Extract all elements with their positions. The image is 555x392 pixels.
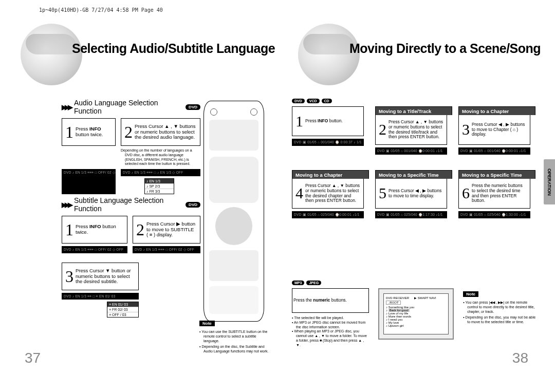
footnote: • When playing an MP3 or JPEG disc, you … [292, 329, 369, 347]
header-time2: Moving to a Specific Time [458, 170, 535, 179]
dvd-badge: DVD [186, 104, 200, 110]
step-4: 4Press Cursor ▲ , ▼ buttons or numeric b… [292, 179, 364, 209]
remote-diagram [203, 101, 264, 322]
footnote: • Depending on the disc, the Subtitle an… [199, 345, 271, 354]
osd-bar: DVD ♪ EN 1/3 ≡≡≡ □ ♪ EN 1/3 ◇ OFF [121, 169, 200, 176]
step-2: 2Press Cursor ▲ , ▼ buttons or numeric b… [375, 115, 447, 145]
osd-bar: DVD ♪ EN 1/3 ≡≡≡ □ OFF/ 02 ◇ OFF [133, 246, 200, 253]
osd-bar: DVD ▣ 01/05 ⌂ 001/040 ⌚0:00:01 ♪1/1 [458, 147, 530, 155]
header-chapter: Moving to a Chapter [458, 106, 535, 115]
footnote: • The selected file will be played. [292, 316, 369, 321]
note-tag: Note [199, 321, 215, 326]
audio-step2-text: Press Cursor ▲ , ▼ buttons or numeric bu… [135, 124, 197, 141]
osd-bar: DVD ▣ 01/05 ⌂ 025/040 ⌚1:17:30 ♪1/1 [375, 211, 447, 218]
page-number: 37 [25, 350, 41, 366]
step-5: 5Press Cursor ◀ , ▶ buttons to move to t… [375, 179, 447, 209]
step-3: 3Press Cursor ◀ , ▶ buttons to move to C… [458, 115, 530, 145]
page-number: 38 [512, 350, 528, 366]
page-right: Moving Directly to a Scene/Song OPERATIO… [278, 0, 555, 392]
lang-popup: ♪ EN 1/3 ♪ SP 2/3 ♪ FR 3/3 [144, 178, 174, 194]
step-1: 1Press INFO button. [292, 106, 364, 136]
osd-bar: DVD ♪ EN 1/3 ≡≡ □ ≡ EN 01/ 03 [62, 293, 139, 300]
page-title-right: Moving Directly to a Scene/Song [349, 41, 541, 56]
osd-bar: DVD ▣ 01/05 ⌂ 025/040 ⌚1:30:00 ♪1/1 [458, 211, 530, 218]
step-6: 6Press the numeric buttons to select the… [458, 179, 530, 209]
page-title-left: Selecting Audio/Subtitle Language [72, 41, 275, 56]
footnote: • You can press |◀◀ , ▶▶| on the remote … [463, 301, 539, 314]
footnote: • An MP3 or JPEG disc cannot be moved fr… [292, 321, 369, 330]
header-chapter2: Moving to a Chapter [292, 170, 369, 179]
osd-bar: DVD ▣ 01/05 ⌂ 025/040 ⌚0:00:01 ♪1/1 [292, 211, 364, 218]
subtitle-step-1: 1 Press INFO button twice. [62, 216, 127, 244]
audio-step-2: 2 Press Cursor ▲ , ▼ buttons or numeric … [121, 118, 200, 146]
subtitle-step-2: 2 Press Cursor ▶ button to move to SUBTI… [133, 216, 200, 244]
audio-note: Depending on the number of languages on … [121, 148, 200, 166]
note-tag: Note [463, 291, 478, 297]
dvd-badge: DVD [186, 202, 200, 208]
subtitle-step-3: 3 Press Cursor ▼ button or numeric butto… [62, 263, 139, 290]
audio-heading-text: Audio Language Selection Function [74, 99, 182, 115]
audio-step-1: 1 Press INFO button twice. [62, 118, 116, 146]
subtitle-popup: ≡ EN 01/ 03 ≡ FR 02/ 03 ≡ OFF / 03 [107, 302, 139, 318]
tv-screen-diagram: DVD RECEIVER ▶ SMART NAVI ..ROOT ♪ Somet… [378, 288, 454, 340]
footnote: • You can use the SUBTITLE button on the… [199, 330, 271, 343]
disc-badges: DVD VCD CD [292, 99, 535, 103]
page-left: Selecting Audio/Subtitle Language ▶▶▶ Au… [0, 0, 278, 392]
subtitle-heading: ▶▶▶ Subtitle Language Selection Function… [62, 196, 200, 213]
chevron-icon: ▶▶▶ [62, 103, 71, 111]
numeric-step: Press the numeric buttons. [292, 288, 369, 313]
osd-bar: DVD ♪ EN 1/3 ≡≡≡ □ OFF/ 02 ◇ OFF [62, 169, 116, 194]
header-title-track: Moving to a Title/Track [375, 106, 452, 115]
subtitle-heading-text: Subtitle Language Selection Function [74, 196, 182, 213]
audio-heading: ▶▶▶ Audio Language Selection Function DV… [62, 99, 200, 115]
mp3-jpeg-badges: MP3 JPEG [292, 281, 539, 285]
chevron-icon: ▶▶▶ [62, 201, 71, 209]
osd-bar: DVD ♪ EN 1/3 ≡≡≡ □ OFF/ 02 ◇ OFF [62, 246, 127, 253]
header-time1: Moving to a Specific Time [375, 170, 452, 179]
osd-bar: DVD ▣ 03/05 ⌂ 001/040 ⌚0:00:01 ♪1/1 [375, 147, 447, 155]
operation-tab: OPERATION [544, 159, 555, 204]
footnote: • Depending on the disc, you may not be … [463, 315, 539, 325]
osd-bar: DVD ▣ 01/05 ⌂ 001/040 ⌚ 0:00:37 ♪ 1/1 [292, 139, 364, 146]
